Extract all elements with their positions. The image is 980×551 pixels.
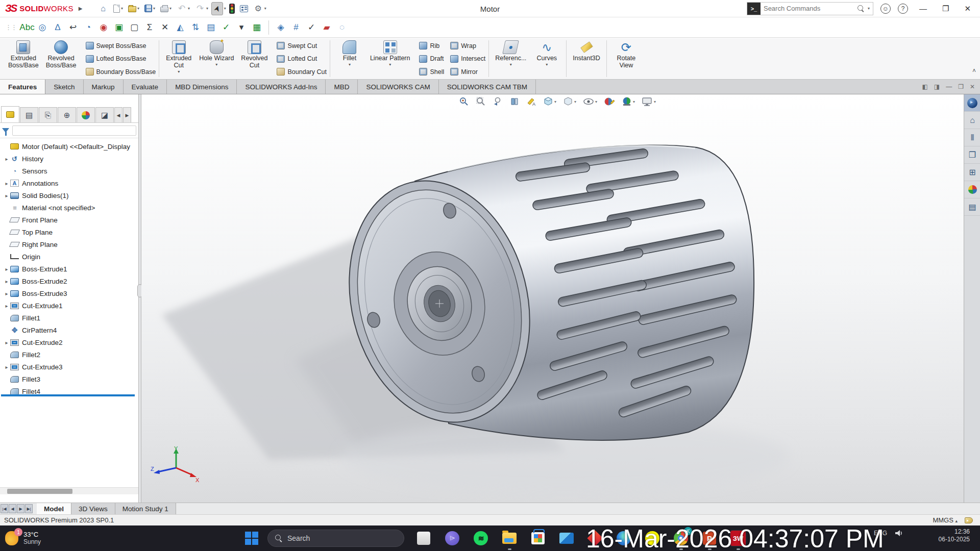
ribbon-small-button[interactable]: Wrap [448,41,487,50]
tree-item[interactable]: ▸ Boss-Extrude1 [0,263,138,275]
linear-pattern[interactable]: Linear Pattern▾ [368,39,412,78]
search-icon[interactable] [857,5,865,12]
expand-arrow-icon[interactable]: ▸ [3,279,10,284]
doc-restore-button[interactable]: ❐ [958,83,964,90]
apply-scene-button[interactable]: ▾ [621,95,636,108]
expand-arrow-icon[interactable]: ▸ [3,266,10,272]
open-button[interactable]: ▾ [126,3,141,14]
toolbar-icon[interactable]: Σ [143,21,156,34]
toolbar-icon[interactable]: ▰ [320,21,333,34]
view-tab[interactable]: Motion Study 1 [115,503,176,514]
toolbar-icon[interactable]: ✓ [219,21,233,34]
ribbon-small-button[interactable]: Intersect [448,55,487,63]
instant3d[interactable]: Instant3D [571,39,602,78]
options-button[interactable]: ⚙▾ [251,2,268,15]
motor-3d-model[interactable] [141,94,964,503]
toolbar-icon[interactable]: ✕ [158,21,172,34]
ribbon-small-button[interactable]: Lofted Boss/Base [84,55,158,63]
home-button[interactable]: ⌂ [96,2,110,15]
tag-icon[interactable] [965,517,973,523]
tab-scroll-first[interactable]: |◀ [1,504,8,513]
spotify-icon[interactable]: ≋ [473,530,489,546]
command-tab[interactable]: Features [0,80,45,94]
ribbon-small-button[interactable]: Rib [417,41,446,50]
command-tab[interactable]: SOLIDWORKS CAM [358,80,438,94]
revolved-boss-base[interactable]: RevolvedBoss/Base [44,39,79,78]
tree-item[interactable]: Fillet2 [0,348,138,361]
graphics-viewport[interactable]: A ▾ ▾ ▾ ▾ ▾ [141,94,964,503]
tree-item[interactable]: ▸ ↺ History [0,153,138,165]
ribbon-collapse-chevron[interactable]: ˄ [972,67,976,74]
command-tab[interactable]: SOLIDWORKS Add-Ins [237,80,326,94]
print-button[interactable]: ▾ [158,3,174,14]
expand-arrow-icon[interactable]: ▸ [3,364,10,370]
appearances-tab[interactable] [964,181,980,198]
expand-arrow-icon[interactable]: ▸ [3,340,10,345]
command-search[interactable]: >_ ▾ [747,2,873,15]
file-explorer-icon[interactable] [501,530,518,546]
tree-item[interactable]: ✥ CirPattern4 [0,324,138,336]
redo-button[interactable]: ↷▾ [193,2,210,15]
tab-scroll-next[interactable]: ▶ [17,504,24,513]
view-orientation-button[interactable]: ▾ [542,95,557,108]
previous-view-button[interactable] [492,95,504,108]
command-tab[interactable]: Markup [84,80,124,94]
toolbar-icon[interactable]: ◈ [274,21,287,34]
command-tab[interactable]: Evaluate [124,80,167,94]
fillet[interactable]: Fillet▾ [334,39,365,78]
dimxpertmanager-tab[interactable]: ⊕ [58,107,76,122]
zoom-to-fit-button[interactable] [458,95,470,108]
command-tab[interactable]: MBD [326,80,358,94]
minimize-button[interactable]: — [915,4,931,13]
command-tab[interactable]: SOLIDWORKS CAM TBM [439,80,536,94]
select-tool-button[interactable]: ➤ [211,2,223,15]
edit-appearance-button[interactable] [603,95,616,108]
tree-item[interactable]: ◔ Sensors [0,165,138,177]
solidworks-resources-tab[interactable] [964,94,980,112]
rotate-view[interactable]: ⟳RotateView [611,39,642,78]
toolbar-icon[interactable]: ◌ [335,21,349,34]
zoom-to-area-button[interactable] [475,95,487,108]
expand-arrow-icon[interactable]: ▸ [3,303,10,309]
view-palette-tab[interactable]: ⊞ [964,164,980,181]
toolbar-icon[interactable]: # [289,21,303,34]
microsoft-store-icon[interactable] [530,530,546,546]
tree-horizontal-scrollbar[interactable] [0,487,138,494]
dynamic-annotation-button[interactable]: A [525,95,537,108]
displaymanager-tab[interactable] [77,107,95,122]
tab-scroll-last[interactable]: ▶| [25,504,33,513]
view-tab[interactable]: 3D Views [71,503,115,514]
weather-widget[interactable]: 1 33°CSunny [0,531,102,546]
undo-button[interactable]: ↶▾ [175,2,192,15]
restore-button[interactable]: ❐ [938,4,953,13]
ribbon-small-button[interactable]: Boundary Boss/Base [84,67,158,76]
propertymanager-tab[interactable]: ▤ [20,107,38,122]
toolbar-icon[interactable]: Abc [20,21,34,34]
file-explorer-tab[interactable]: ❒ [964,146,980,164]
doc-minimize-button[interactable]: — [946,83,952,90]
view-tab[interactable]: Model [37,503,71,514]
scrollbar-thumb[interactable] [7,489,72,494]
toolbar-icon[interactable]: ▦ [250,21,263,34]
cam-tree-tab[interactable]: ◪ [95,107,114,122]
tree-item[interactable]: ▸ Cut-Extrude3 [0,361,138,373]
expand-arrow-icon[interactable]: ▸ [3,193,10,198]
rollback-bar[interactable] [1,394,135,396]
toolbar-icon[interactable]: ◭ [174,21,187,34]
ribbon-small-button[interactable]: Shell [417,67,446,76]
panel-tab-scroll-right[interactable]: ▶ [123,107,131,122]
toolbar-icon[interactable]: ▤ [204,21,217,34]
tree-item[interactable]: Origin [0,251,138,263]
tree-item[interactable]: ▸ Solid Bodies(1) [0,189,138,202]
new-document-button[interactable]: ▾ [111,3,125,14]
ribbon-small-button[interactable]: Boundary Cut [275,67,328,76]
expand-arrow-icon[interactable]: ▸ [3,181,10,186]
search-commands-input[interactable] [761,5,857,12]
account-icon[interactable]: ☺ [880,4,891,14]
taskbar-search[interactable]: Search [267,530,404,547]
mail-icon[interactable] [558,530,575,546]
pane-right-button[interactable]: ◨ [934,83,940,90]
tree-item[interactable]: ▸ Boss-Extrude2 [0,275,138,287]
task-view-icon[interactable] [415,530,432,546]
featuremanager-tree-tab[interactable] [1,106,19,122]
